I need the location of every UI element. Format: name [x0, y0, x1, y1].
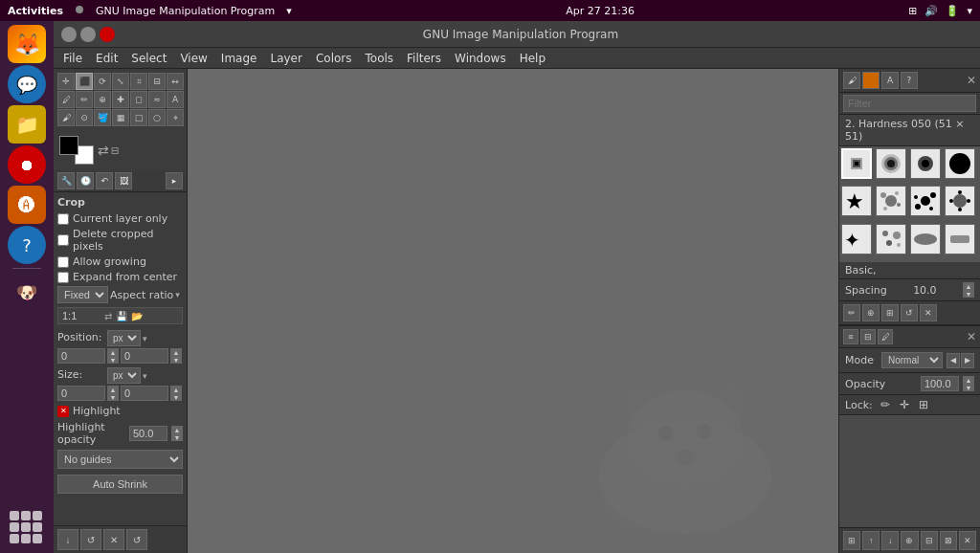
- layer-delete-btn[interactable]: ✕: [959, 531, 976, 550]
- reset-colors-icon[interactable]: ⊟: [111, 145, 119, 156]
- dock-record[interactable]: ⏺: [8, 145, 46, 184]
- brush-cell-1[interactable]: [841, 148, 872, 179]
- layers-panel-close[interactable]: ✕: [967, 330, 976, 343]
- spacing-up[interactable]: ▲: [963, 282, 974, 290]
- allow-growing-checkbox[interactable]: [57, 256, 69, 268]
- layer-list[interactable]: [839, 415, 980, 527]
- flip-tool[interactable]: ↔: [167, 73, 184, 90]
- eraser-tool[interactable]: ◻: [130, 91, 147, 108]
- menu-file[interactable]: File: [57, 50, 88, 67]
- battery-icon[interactable]: 🔋: [946, 5, 959, 17]
- lock-pixels-btn[interactable]: ✏: [879, 398, 892, 411]
- menu-select[interactable]: Select: [125, 50, 172, 67]
- position-y-up[interactable]: ▲: [170, 348, 182, 356]
- volume-icon[interactable]: 🔊: [924, 5, 938, 17]
- menu-edit[interactable]: Edit: [90, 50, 123, 67]
- select-rect[interactable]: □: [130, 109, 147, 126]
- layer-new-group-btn[interactable]: ⊞: [843, 531, 860, 550]
- brush-cell-star1[interactable]: ★: [841, 186, 872, 216]
- brush-cell-3[interactable]: [910, 148, 941, 179]
- spacing-spinner[interactable]: ▲ ▼: [963, 282, 974, 298]
- guides-select[interactable]: No guides: [57, 450, 183, 469]
- duplicate-brush-btn[interactable]: ⊕: [862, 304, 880, 321]
- mode-select[interactable]: Normal: [881, 352, 943, 368]
- ratio-open-icon[interactable]: 📂: [131, 311, 143, 321]
- current-layer-checkbox[interactable]: [57, 213, 69, 225]
- ratio-save-icon[interactable]: 💾: [116, 311, 127, 321]
- refresh-brushes-btn[interactable]: ↺: [901, 304, 918, 321]
- bucket-fill[interactable]: 🪣: [94, 109, 111, 126]
- tool-options-tab[interactable]: 🔧: [57, 172, 75, 189]
- layer-up-btn[interactable]: ↑: [862, 531, 880, 550]
- app-grid-button[interactable]: [10, 511, 44, 545]
- paint-tool[interactable]: 🖌: [57, 109, 75, 126]
- delete-cropped-checkbox[interactable]: [57, 234, 69, 246]
- position-unit-arrow[interactable]: ▾: [143, 334, 147, 343]
- foreground-color[interactable]: [59, 136, 78, 155]
- maximize-button[interactable]: [80, 27, 96, 42]
- size-h-input[interactable]: [121, 386, 168, 401]
- text-tool[interactable]: A: [167, 91, 184, 108]
- foreground-background-colors[interactable]: [59, 136, 94, 165]
- edit-brush-btn[interactable]: ✏: [843, 304, 860, 321]
- layer-merge-btn[interactable]: ⊠: [940, 531, 957, 550]
- airbrush-tool[interactable]: ⊙: [76, 109, 93, 126]
- clone-tool[interactable]: ⊕: [94, 91, 111, 108]
- activities-button[interactable]: Activities: [8, 5, 63, 17]
- select-free[interactable]: ⌖: [167, 109, 184, 126]
- shear-tool[interactable]: ⌗: [130, 73, 147, 90]
- opacity-layer-up[interactable]: ▲: [963, 376, 974, 384]
- size-h-down[interactable]: ▼: [170, 393, 182, 401]
- brush-cell-splat3[interactable]: [945, 186, 975, 216]
- size-h-up[interactable]: ▲: [170, 386, 182, 393]
- select-ellipse[interactable]: ○: [148, 109, 166, 126]
- canvas-area[interactable]: [188, 69, 838, 553]
- size-w-down[interactable]: ▼: [107, 393, 119, 401]
- ratio-input[interactable]: 1:1: [62, 310, 100, 321]
- delete-button[interactable]: ✕: [103, 529, 124, 550]
- mode-prev[interactable]: ◀: [947, 353, 960, 368]
- collapse-panel-icon[interactable]: ▸: [166, 172, 183, 189]
- opacity-value-input[interactable]: [921, 376, 959, 391]
- position-x-up[interactable]: ▲: [107, 348, 119, 356]
- highlight-close-button[interactable]: ✕: [57, 406, 69, 417]
- dropdown-arrow-icon[interactable]: ▾: [286, 5, 292, 17]
- brush-filter-input[interactable]: [843, 95, 976, 112]
- ratio-swap-icon[interactable]: ⇄: [104, 311, 112, 321]
- opacity-up[interactable]: ▲: [171, 426, 183, 433]
- dock-messaging[interactable]: 💬: [8, 65, 46, 103]
- lock-alpha-btn[interactable]: ⊞: [917, 398, 930, 411]
- size-unit-arrow[interactable]: ▾: [143, 371, 147, 381]
- highlight-opacity-input[interactable]: [129, 426, 167, 441]
- layers-tab[interactable]: ≡: [843, 329, 858, 344]
- lock-position-btn[interactable]: ✛: [898, 398, 911, 411]
- help-icon[interactable]: ?: [901, 72, 918, 89]
- menu-windows[interactable]: Windows: [449, 50, 512, 67]
- brush-cell-10[interactable]: [910, 224, 941, 254]
- position-unit-select[interactable]: px %: [107, 330, 141, 346]
- reset-button[interactable]: ↺: [126, 529, 147, 550]
- menu-layer[interactable]: Layer: [264, 50, 307, 67]
- restore-defaults-button[interactable]: ↓: [57, 529, 78, 550]
- layer-duplicate-btn[interactable]: ⊕: [901, 531, 918, 550]
- network-icon[interactable]: ⊞: [908, 5, 917, 17]
- mode-next[interactable]: ▶: [961, 353, 974, 368]
- redo-tab[interactable]: 🖼: [115, 172, 132, 189]
- dock-gimp[interactable]: 🐶: [8, 273, 46, 311]
- new-brush-btn[interactable]: ⊞: [881, 304, 899, 321]
- document-history-tab[interactable]: 🕒: [77, 172, 94, 189]
- menu-view[interactable]: View: [174, 50, 212, 67]
- move-tool[interactable]: ✛: [57, 73, 75, 90]
- fixed-dropdown-icon[interactable]: ▾: [175, 290, 180, 299]
- brush-cell-splat1[interactable]: [876, 186, 906, 216]
- menu-image[interactable]: Image: [215, 50, 263, 67]
- heal-tool[interactable]: ✚: [112, 91, 129, 108]
- brush-cell-9[interactable]: [876, 224, 906, 254]
- expand-center-checkbox[interactable]: [57, 272, 69, 283]
- swap-colors-icon[interactable]: ⇄: [98, 143, 109, 158]
- close-button[interactable]: [100, 27, 115, 42]
- brush-cell-2[interactable]: [876, 148, 906, 179]
- undo-button[interactable]: ↺: [80, 529, 101, 550]
- brush-pattern-icon[interactable]: 🖌: [843, 72, 860, 89]
- text-icon[interactable]: A: [881, 72, 899, 89]
